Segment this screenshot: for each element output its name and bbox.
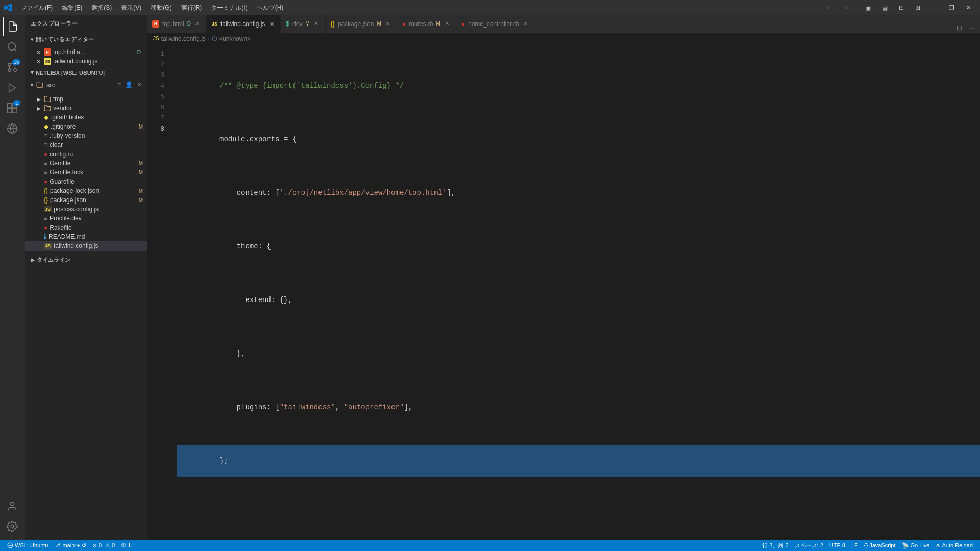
info-count: 1 (128, 542, 131, 548)
extensions-badge: 1 (13, 100, 20, 106)
src-filter-icon[interactable]: ≡ (116, 80, 122, 89)
tab-home-controller-close[interactable]: ✕ (522, 20, 529, 28)
tree-item-ruby-version[interactable]: ≡ .ruby-version (24, 131, 147, 140)
cursor-position-label: 行 8、列 2 (762, 542, 788, 549)
menu-terminal[interactable]: ターミナル(I) (207, 2, 251, 14)
menu-help[interactable]: ヘルプ(H) (253, 2, 288, 14)
source-control-activity-icon[interactable]: 19 (3, 58, 21, 77)
menu-run[interactable]: 実行(R) (177, 2, 206, 14)
tree-item-readme[interactable]: ℹ README.md (24, 232, 147, 241)
remote-activity-icon[interactable] (3, 119, 21, 138)
cursor-position[interactable]: 行 8、列 2 (759, 540, 791, 551)
package-lock-json-label: package-lock.json (50, 187, 137, 194)
run-activity-icon[interactable] (3, 79, 21, 97)
layout-icon-2[interactable]: ▤ (877, 2, 893, 13)
src-user-icon[interactable]: 👤 (124, 80, 134, 89)
git-branch-status[interactable]: ⎇ main*+ ↺ (51, 540, 89, 551)
activity-bar-bottom (3, 497, 21, 540)
timeline-header[interactable]: ▶ タイムライン (24, 254, 147, 266)
open-editor-top-html[interactable]: ✕ H top.html a... D (24, 47, 147, 57)
tree-item-vendor[interactable]: ▶ vendor (24, 104, 147, 113)
src-close-icon[interactable]: ✕ (136, 80, 143, 89)
open-editor-tailwind[interactable]: ✕ JS tailwind.config.js (24, 57, 147, 66)
eol[interactable]: LF (848, 540, 861, 551)
tree-item-guardfile[interactable]: ● Guardfile (24, 177, 147, 186)
tab-top-html-label: top.html (162, 20, 184, 28)
close-tailwind-icon[interactable]: ✕ (35, 58, 42, 65)
remote-status[interactable]: WSL: Ubuntu (4, 540, 51, 551)
menu-edit[interactable]: 編集(E) (58, 2, 86, 14)
tab-package-json-close[interactable]: ✕ (384, 20, 391, 28)
close-button[interactable]: ✕ (961, 2, 976, 13)
netlibx-header[interactable]: ▾ NETLIBX [WSL: UBUNTU] (24, 66, 147, 79)
postcss-icon: JS (44, 206, 52, 212)
tab-tailwind[interactable]: JS tailwind.config.js ✕ (207, 15, 281, 33)
tab-routes-close[interactable]: ✕ (444, 20, 451, 28)
tree-item-config-ru[interactable]: ● config.ru (24, 149, 147, 159)
tree-item-postcss[interactable]: JS postcss.config.js (24, 205, 147, 214)
tree-item-package-lock-json[interactable]: {} package-lock.json M (24, 186, 147, 195)
menu-view[interactable]: 表示(V) (117, 2, 145, 14)
layout-icon-4[interactable]: ⊞ (910, 2, 925, 13)
info-status[interactable]: ① 1 (118, 540, 134, 551)
close-top-html-icon[interactable]: ✕ (35, 48, 42, 56)
tree-item-gemfile-lock[interactable]: ≡ Gemfile.lock M (24, 168, 147, 177)
go-live[interactable]: 📡 Go Live (899, 540, 933, 551)
explorer-more-icon[interactable]: ··· (133, 19, 141, 28)
open-editors-header[interactable]: ▾開いているエディター (24, 32, 147, 47)
indentation[interactable]: スペース: 2 (792, 540, 826, 551)
forward-arrow[interactable]: → (839, 3, 852, 13)
gemfile-icon: ≡ (44, 160, 47, 167)
restore-button[interactable]: ❐ (944, 2, 960, 13)
tailwind-label: tailwind.config.js (53, 58, 141, 65)
src-folder-header[interactable]: ▾ src ≡ 👤 ✕ (24, 79, 147, 90)
tree-item-gitignore[interactable]: ◆ .gitignore M (24, 122, 147, 131)
tree-item-gitattributes[interactable]: ◆ .gitattributes (24, 113, 147, 122)
tab-top-html-close[interactable]: ✕ (194, 20, 201, 28)
timeline-section: ▶ タイムライン (24, 251, 147, 269)
code-editor[interactable]: 1 2 3 4 5 6 7 8 /** @type {import('tailw… (147, 44, 980, 540)
tab-html-icon: H (152, 20, 159, 28)
tab-dev[interactable]: $ dev M ✕ (281, 15, 325, 33)
vendor-label: vendor (53, 105, 143, 112)
menu-select[interactable]: 選択(S) (87, 2, 116, 14)
menu-go[interactable]: 移動(G) (146, 2, 176, 14)
tree-item-tmp[interactable]: ▶ tmp (24, 94, 147, 104)
ruby-version-icon: ≡ (44, 132, 47, 139)
split-editor-icon[interactable]: ⊟ (954, 22, 965, 33)
explorer-header[interactable]: エクスプローラー ··· (24, 15, 147, 32)
auto-reload[interactable]: ✕ Auto Reload (933, 540, 976, 551)
errors-status[interactable]: ⊗ 0 ⚠ 0 (89, 540, 118, 551)
settings-activity-icon[interactable] (3, 517, 21, 536)
search-activity-icon[interactable] (3, 38, 21, 56)
layout-icon-3[interactable]: ⊟ (894, 2, 909, 13)
tab-home-controller[interactable]: ● home_controller.rb ✕ (456, 15, 535, 33)
extensions-activity-icon[interactable]: 1 (3, 99, 21, 117)
menu-file[interactable]: ファイル(F) (16, 2, 57, 14)
tab-package-json[interactable]: {} package.json M ✕ (326, 15, 397, 33)
code-content[interactable]: /** @type {import('tailwindcss').Config}… (173, 44, 980, 540)
tab-routes-rb[interactable]: ● routes.rb M ✕ (397, 15, 456, 33)
layout-icon-1[interactable]: ▣ (860, 2, 876, 13)
tree-item-procfile[interactable]: ≡ Procfile.dev (24, 214, 147, 223)
explorer-activity-icon[interactable] (3, 17, 21, 36)
breadcrumb: JS tailwind.config.js › ⬡ <unknown> (147, 33, 980, 44)
tab-top-html[interactable]: H top.html D ✕ (147, 15, 207, 33)
breadcrumb-scope[interactable]: <unknown> (219, 35, 251, 42)
tree-item-rakefile[interactable]: ● Rakefile (24, 223, 147, 232)
tree-item-clear[interactable]: ≡ clear (24, 140, 147, 149)
tree-item-package-json[interactable]: {} package.json M (24, 195, 147, 205)
back-arrow[interactable]: ← (823, 3, 837, 13)
breadcrumb-file[interactable]: tailwind.config.js (161, 35, 206, 42)
tab-tailwind-close[interactable]: ✕ (268, 20, 275, 28)
tab-dev-close[interactable]: ✕ (313, 20, 320, 28)
ruby-version-label: .ruby-version (50, 132, 143, 139)
minimize-button[interactable]: — (926, 2, 943, 13)
tree-item-tailwind[interactable]: JS tailwind.config.js (24, 241, 147, 251)
account-activity-icon[interactable] (3, 497, 21, 515)
tree-item-gemfile[interactable]: ≡ Gemfile M (24, 159, 147, 168)
more-tabs-icon[interactable]: ··· (967, 22, 977, 33)
tailwind-tree-label: tailwind.config.js (54, 242, 143, 249)
language-mode[interactable]: {} JavaScript (861, 540, 899, 551)
encoding[interactable]: UTF-8 (826, 540, 848, 551)
